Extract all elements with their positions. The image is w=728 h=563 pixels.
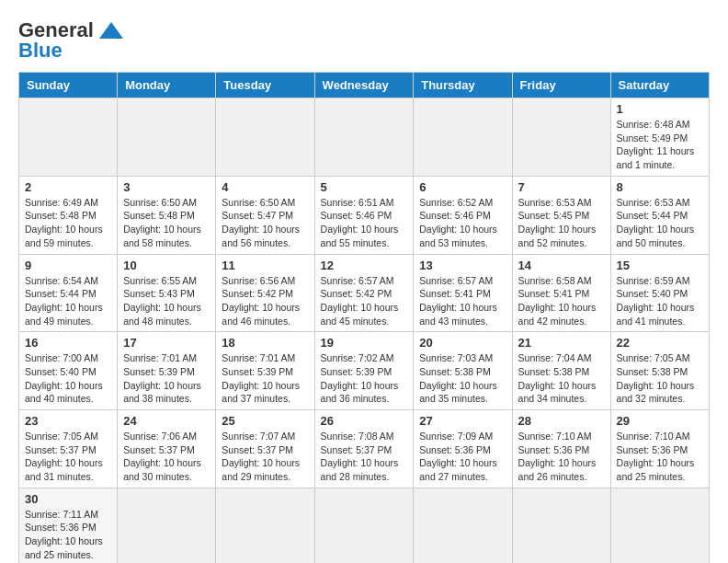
calendar-cell [118,98,216,177]
calendar-cell: 19Sunrise: 7:02 AM Sunset: 5:39 PM Dayli… [314,332,414,410]
day-number: 22 [617,336,703,350]
day-number: 9 [25,259,111,272]
calendar-week-row: 16Sunrise: 7:00 AM Sunset: 5:40 PM Dayli… [19,332,710,410]
day-info: Sunrise: 7:09 AM Sunset: 5:36 PM Dayligh… [419,430,506,484]
day-info: Sunrise: 7:00 AM Sunset: 5:40 PM Dayligh… [25,351,111,406]
day-number: 2 [25,180,111,194]
calendar-week-row: 1Sunrise: 6:48 AM Sunset: 5:49 PM Daylig… [19,98,710,177]
day-number: 17 [123,336,210,350]
svg-marker-0 [99,22,123,39]
calendar-cell: 16Sunrise: 7:00 AM Sunset: 5:40 PM Dayli… [19,332,118,410]
day-number: 14 [518,259,605,272]
day-number: 19 [321,336,408,350]
calendar-cell: 9Sunrise: 6:54 AM Sunset: 5:44 PM Daylig… [19,254,118,332]
calendar-cell: 2Sunrise: 6:49 AM Sunset: 5:48 PM Daylig… [19,176,118,254]
calendar-cell [216,488,314,563]
calendar-cell [118,488,216,563]
calendar-cell: 5Sunrise: 6:51 AM Sunset: 5:46 PM Daylig… [314,176,414,254]
day-info: Sunrise: 7:01 AM Sunset: 5:39 PM Dayligh… [222,351,308,406]
day-info: Sunrise: 7:07 AM Sunset: 5:37 PM Dayligh… [222,430,308,484]
day-info: Sunrise: 6:53 AM Sunset: 5:45 PM Dayligh… [518,196,605,250]
weekday-header-monday: Monday [118,73,216,98]
day-number: 21 [518,336,605,350]
day-info: Sunrise: 6:48 AM Sunset: 5:49 PM Dayligh… [617,118,703,172]
day-number: 13 [419,259,506,272]
day-info: Sunrise: 6:51 AM Sunset: 5:46 PM Dayligh… [321,196,408,250]
calendar-header-row: SundayMondayTuesdayWednesdayThursdayFrid… [19,73,710,98]
day-info: Sunrise: 7:10 AM Sunset: 5:36 PM Dayligh… [617,430,703,484]
day-number: 25 [222,414,308,428]
page-header: General Blue [18,18,710,63]
day-info: Sunrise: 7:05 AM Sunset: 5:37 PM Dayligh… [25,430,111,484]
calendar-cell: 20Sunrise: 7:03 AM Sunset: 5:38 PM Dayli… [414,332,512,410]
day-number: 12 [321,259,408,272]
logo: General Blue [18,18,125,63]
calendar-cell [414,488,512,563]
day-number: 11 [222,259,308,272]
calendar-cell [19,98,118,177]
weekday-header-thursday: Thursday [414,73,512,98]
calendar-cell [414,98,512,177]
calendar-cell: 18Sunrise: 7:01 AM Sunset: 5:39 PM Dayli… [216,332,314,410]
calendar-cell [314,98,414,177]
calendar-cell: 8Sunrise: 6:53 AM Sunset: 5:44 PM Daylig… [610,176,709,254]
day-info: Sunrise: 6:49 AM Sunset: 5:48 PM Dayligh… [25,196,111,250]
weekday-header-friday: Friday [512,73,610,98]
day-number: 27 [419,414,506,428]
day-number: 28 [518,414,605,428]
calendar-week-row: 30Sunrise: 7:11 AM Sunset: 5:36 PM Dayli… [19,488,710,563]
day-number: 6 [419,180,506,194]
day-number: 3 [123,180,210,194]
calendar-cell: 13Sunrise: 6:57 AM Sunset: 5:41 PM Dayli… [414,254,512,332]
calendar-cell: 17Sunrise: 7:01 AM Sunset: 5:39 PM Dayli… [118,332,216,410]
calendar-week-row: 2Sunrise: 6:49 AM Sunset: 5:48 PM Daylig… [19,176,710,254]
day-info: Sunrise: 7:08 AM Sunset: 5:37 PM Dayligh… [321,430,408,484]
calendar-cell: 27Sunrise: 7:09 AM Sunset: 5:36 PM Dayli… [414,410,512,488]
day-info: Sunrise: 6:53 AM Sunset: 5:44 PM Dayligh… [617,196,703,250]
calendar-cell: 1Sunrise: 6:48 AM Sunset: 5:49 PM Daylig… [610,98,709,177]
calendar-cell: 4Sunrise: 6:50 AM Sunset: 5:47 PM Daylig… [216,176,314,254]
day-info: Sunrise: 6:57 AM Sunset: 5:42 PM Dayligh… [321,274,408,328]
calendar-week-row: 23Sunrise: 7:05 AM Sunset: 5:37 PM Dayli… [19,410,710,488]
day-info: Sunrise: 6:58 AM Sunset: 5:41 PM Dayligh… [518,274,605,328]
day-number: 30 [25,492,111,506]
calendar-cell [216,98,314,177]
day-info: Sunrise: 6:52 AM Sunset: 5:46 PM Dayligh… [419,196,506,250]
day-number: 4 [222,180,308,194]
day-info: Sunrise: 7:11 AM Sunset: 5:36 PM Dayligh… [25,508,111,562]
calendar-cell: 21Sunrise: 7:04 AM Sunset: 5:38 PM Dayli… [512,332,610,410]
day-number: 10 [123,259,210,272]
day-info: Sunrise: 7:03 AM Sunset: 5:38 PM Dayligh… [419,351,506,406]
day-number: 29 [617,414,703,428]
day-info: Sunrise: 7:06 AM Sunset: 5:37 PM Dayligh… [123,430,210,484]
day-number: 23 [25,414,111,428]
day-number: 20 [419,336,506,350]
day-info: Sunrise: 6:50 AM Sunset: 5:47 PM Dayligh… [222,196,308,250]
day-info: Sunrise: 7:04 AM Sunset: 5:38 PM Dayligh… [518,351,605,406]
calendar-cell: 30Sunrise: 7:11 AM Sunset: 5:36 PM Dayli… [19,488,118,563]
day-info: Sunrise: 6:56 AM Sunset: 5:42 PM Dayligh… [222,274,308,328]
calendar-cell [512,488,610,563]
day-info: Sunrise: 7:10 AM Sunset: 5:36 PM Dayligh… [518,430,605,484]
day-number: 18 [222,336,308,350]
weekday-header-saturday: Saturday [610,73,709,98]
calendar-cell: 23Sunrise: 7:05 AM Sunset: 5:37 PM Dayli… [19,410,118,488]
day-number: 15 [617,259,703,272]
calendar-cell: 3Sunrise: 6:50 AM Sunset: 5:48 PM Daylig… [118,176,216,254]
calendar-table: SundayMondayTuesdayWednesdayThursdayFrid… [18,72,710,563]
day-number: 7 [518,180,605,194]
weekday-header-wednesday: Wednesday [314,73,414,98]
day-number: 24 [123,414,210,428]
day-number: 5 [321,180,408,194]
logo-icon [97,20,125,40]
calendar-cell: 10Sunrise: 6:55 AM Sunset: 5:43 PM Dayli… [118,254,216,332]
calendar-cell: 12Sunrise: 6:57 AM Sunset: 5:42 PM Dayli… [314,254,414,332]
calendar-cell: 28Sunrise: 7:10 AM Sunset: 5:36 PM Dayli… [512,410,610,488]
calendar-cell: 24Sunrise: 7:06 AM Sunset: 5:37 PM Dayli… [118,410,216,488]
day-info: Sunrise: 6:50 AM Sunset: 5:48 PM Dayligh… [123,196,210,250]
weekday-header-tuesday: Tuesday [216,73,314,98]
calendar-cell: 6Sunrise: 6:52 AM Sunset: 5:46 PM Daylig… [414,176,512,254]
day-info: Sunrise: 6:57 AM Sunset: 5:41 PM Dayligh… [419,274,506,328]
calendar-cell [610,488,709,563]
calendar-cell: 11Sunrise: 6:56 AM Sunset: 5:42 PM Dayli… [216,254,314,332]
